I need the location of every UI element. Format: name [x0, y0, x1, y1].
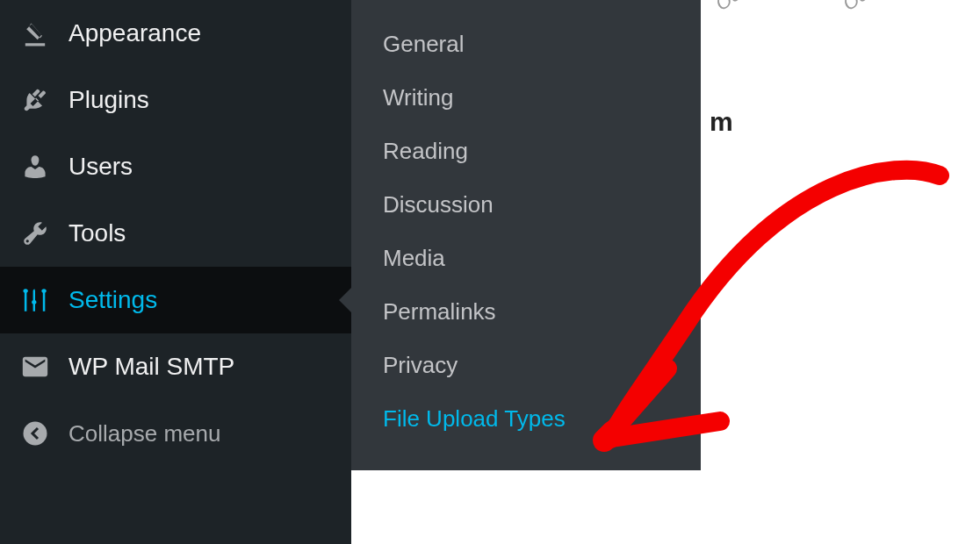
sidebar-item-label: Users — [68, 153, 133, 181]
admin-sidebar: Appearance Plugins Users Tools Settings … — [0, 0, 351, 544]
users-icon — [18, 149, 53, 184]
submenu-item-discussion[interactable]: Discussion — [351, 178, 701, 232]
sidebar-item-tools[interactable]: Tools — [0, 200, 351, 267]
sidebar-item-label: WP Mail SMTP — [68, 353, 234, 381]
sidebar-item-appearance[interactable]: Appearance — [0, 0, 351, 67]
submenu-item-general[interactable]: General — [351, 18, 701, 71]
plugins-icon — [18, 82, 53, 118]
partial-text: m — [710, 107, 733, 137]
date-label: Oct 14 — [711, 0, 771, 16]
submenu-item-file-upload-types[interactable]: File Upload Types — [351, 392, 701, 446]
settings-submenu: General Writing Reading Discussion Media… — [351, 0, 701, 470]
svg-point-0 — [24, 422, 47, 446]
submenu-item-media[interactable]: Media — [351, 232, 701, 285]
date-label: Oct 15 — [839, 0, 898, 16]
submenu-item-reading[interactable]: Reading — [351, 125, 701, 178]
sidebar-item-label: Settings — [68, 286, 157, 314]
sidebar-item-label: Plugins — [68, 86, 149, 114]
sidebar-item-wp-mail-smtp[interactable]: WP Mail SMTP — [0, 333, 351, 400]
submenu-item-label: File Upload Types — [383, 405, 566, 432]
collapse-menu[interactable]: Collapse menu — [0, 400, 351, 467]
collapse-label: Collapse menu — [68, 420, 220, 447]
sidebar-item-label: Appearance — [68, 19, 201, 47]
mail-icon — [18, 349, 53, 384]
submenu-item-label: Media — [383, 245, 445, 271]
submenu-item-label: Discussion — [383, 191, 494, 218]
submenu-item-label: Permalinks — [383, 298, 496, 325]
submenu-item-label: Privacy — [383, 352, 458, 378]
settings-icon — [18, 283, 53, 318]
sidebar-item-plugins[interactable]: Plugins — [0, 67, 351, 133]
appearance-icon — [18, 16, 53, 51]
submenu-item-writing[interactable]: Writing — [351, 71, 701, 125]
collapse-icon — [18, 416, 53, 451]
submenu-item-label: Writing — [383, 84, 453, 111]
submenu-item-label: Reading — [383, 138, 468, 164]
sidebar-item-users[interactable]: Users — [0, 133, 351, 200]
sidebar-item-settings[interactable]: Settings — [0, 267, 351, 333]
submenu-item-permalinks[interactable]: Permalinks — [351, 285, 701, 339]
submenu-item-label: General — [383, 31, 465, 57]
sidebar-item-label: Tools — [68, 219, 126, 247]
submenu-item-privacy[interactable]: Privacy — [351, 339, 701, 392]
tools-icon — [18, 216, 53, 251]
